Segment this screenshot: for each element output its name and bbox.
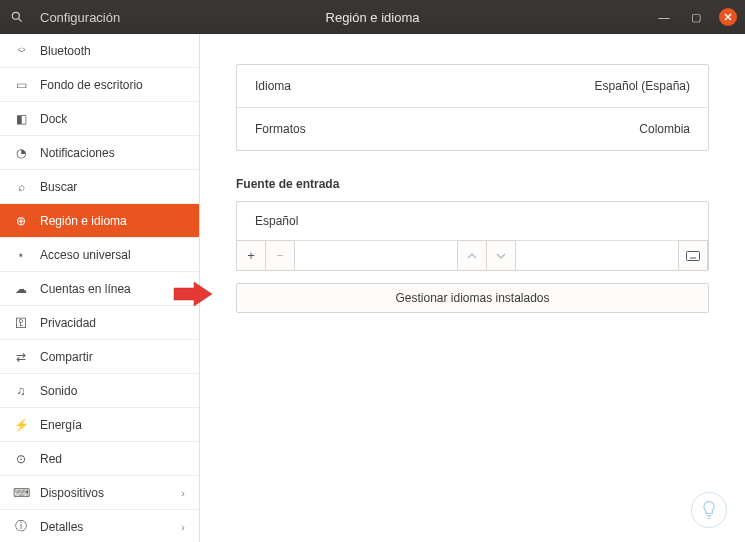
- sidebar-icon: ⊙: [14, 452, 28, 466]
- add-source-button[interactable]: +: [236, 240, 266, 271]
- sidebar-item-2[interactable]: ◧Dock: [0, 102, 199, 136]
- sidebar-item-label: Sonido: [40, 384, 185, 398]
- sidebar-item-label: Región e idioma: [40, 214, 185, 228]
- sidebar-icon: ⓘ: [14, 518, 28, 535]
- language-row[interactable]: Idioma Español (España): [237, 65, 708, 107]
- sidebar-item-0[interactable]: ⌔Bluetooth: [0, 34, 199, 68]
- sidebar-icon: ⇄: [14, 350, 28, 364]
- sidebar-item-9[interactable]: ⇄Compartir: [0, 340, 199, 374]
- sidebar-icon: ⊕: [14, 214, 28, 228]
- sidebar-icon: ⌨: [14, 486, 28, 500]
- sidebar-icon: ◔: [14, 146, 28, 160]
- sidebar-item-8[interactable]: ⚿Privacidad: [0, 306, 199, 340]
- sidebar-item-14[interactable]: ⓘDetalles›: [0, 510, 199, 542]
- page-title: Región e idioma: [326, 10, 420, 25]
- sidebar-item-label: Bluetooth: [40, 44, 185, 58]
- language-label: Idioma: [255, 79, 291, 93]
- main-panel: Idioma Español (España) Formatos Colombi…: [200, 34, 745, 542]
- sidebar-item-label: Acceso universal: [40, 248, 185, 262]
- sidebar-item-11[interactable]: ⚡Energía: [0, 408, 199, 442]
- sidebar: ⌔Bluetooth▭Fondo de escritorio◧Dock◔Noti…: [0, 34, 200, 542]
- remove-source-button[interactable]: −: [265, 240, 295, 271]
- window-controls: — ▢: [655, 8, 737, 26]
- sidebar-item-4[interactable]: ⌕Buscar: [0, 170, 199, 204]
- sidebar-icon: ⚡: [14, 418, 28, 432]
- formats-label: Formatos: [255, 122, 306, 136]
- sidebar-item-5[interactable]: ⊕Región e idioma: [0, 204, 199, 238]
- sidebar-item-label: Buscar: [40, 180, 185, 194]
- language-value: Español (España): [595, 79, 690, 93]
- keyboard-layout-button[interactable]: [678, 240, 708, 271]
- input-source-title: Fuente de entrada: [236, 177, 709, 191]
- svg-rect-4: [687, 251, 700, 260]
- sidebar-icon: ⚿: [14, 316, 28, 330]
- input-source-entry: Español: [255, 214, 298, 228]
- sidebar-item-3[interactable]: ◔Notificaciones: [0, 136, 199, 170]
- hint-bubble-icon: [691, 492, 727, 528]
- sidebar-item-label: Detalles: [40, 520, 169, 534]
- input-source-card: Español + −: [236, 201, 709, 271]
- sidebar-icon: ◧: [14, 112, 28, 126]
- sidebar-item-label: Notificaciones: [40, 146, 185, 160]
- move-up-button[interactable]: [457, 240, 487, 271]
- input-source-row[interactable]: Español: [237, 202, 708, 240]
- sidebar-item-label: Compartir: [40, 350, 185, 364]
- arrow-annotation-icon: [172, 282, 214, 306]
- sidebar-item-label: Dispositivos: [40, 486, 169, 500]
- maximize-button[interactable]: ▢: [687, 8, 705, 26]
- sidebar-icon: ⌕: [14, 180, 28, 194]
- titlebar: Configuración Región e idioma — ▢: [0, 0, 745, 34]
- search-button[interactable]: [0, 10, 34, 24]
- language-formats-card: Idioma Español (España) Formatos Colombi…: [236, 64, 709, 151]
- sidebar-item-label: Fondo de escritorio: [40, 78, 185, 92]
- sidebar-item-12[interactable]: ⊙Red: [0, 442, 199, 476]
- sidebar-item-7[interactable]: ☁Cuentas en línea: [0, 272, 199, 306]
- sidebar-item-6[interactable]: ⋆Acceso universal: [0, 238, 199, 272]
- chevron-right-icon: ›: [181, 487, 185, 499]
- sidebar-icon: ⋆: [14, 248, 28, 262]
- close-button[interactable]: [719, 8, 737, 26]
- move-down-button[interactable]: [486, 240, 516, 271]
- manage-languages-button[interactable]: Gestionar idiomas instalados: [236, 283, 709, 313]
- formats-row[interactable]: Formatos Colombia: [237, 107, 708, 150]
- sidebar-item-label: Energía: [40, 418, 185, 432]
- sidebar-icon: ⌔: [14, 44, 28, 58]
- sidebar-item-13[interactable]: ⌨Dispositivos›: [0, 476, 199, 510]
- svg-point-0: [12, 12, 19, 19]
- sidebar-icon: ▭: [14, 78, 28, 92]
- sidebar-item-label: Cuentas en línea: [40, 282, 185, 296]
- minimize-button[interactable]: —: [655, 8, 673, 26]
- chevron-right-icon: ›: [181, 521, 185, 533]
- app-title: Configuración: [40, 10, 120, 25]
- sidebar-item-label: Privacidad: [40, 316, 185, 330]
- formats-value: Colombia: [639, 122, 690, 136]
- sidebar-item-label: Dock: [40, 112, 185, 126]
- sidebar-item-1[interactable]: ▭Fondo de escritorio: [0, 68, 199, 102]
- sidebar-item-10[interactable]: ♫Sonido: [0, 374, 199, 408]
- sidebar-icon: ☁: [14, 282, 28, 296]
- sidebar-item-label: Red: [40, 452, 185, 466]
- input-source-toolbar: + −: [237, 240, 708, 270]
- svg-line-1: [19, 19, 22, 22]
- sidebar-icon: ♫: [14, 384, 28, 398]
